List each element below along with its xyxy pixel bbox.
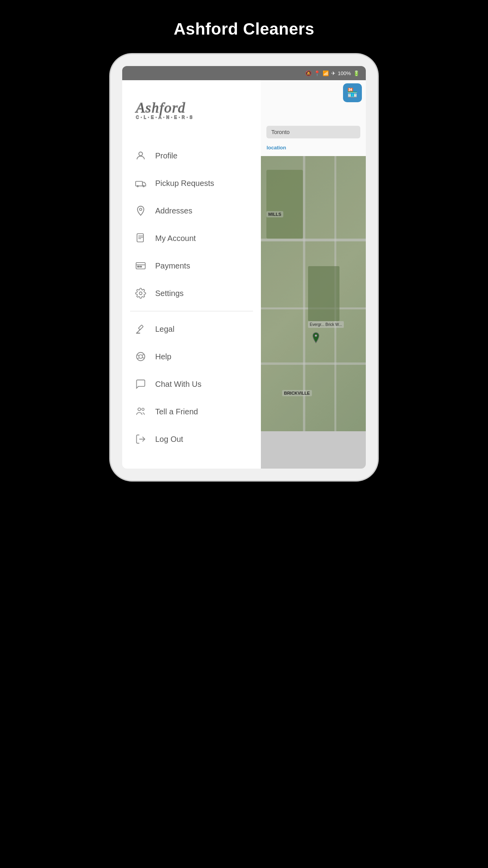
location-status-icon: 📍	[314, 70, 320, 76]
svg-line-23	[142, 355, 145, 355]
svg-point-19	[139, 355, 142, 359]
screen-content: Ashford C·L·E·A·N·E·R·S Profile	[122, 80, 366, 469]
svg-text:Ashford: Ashford	[135, 100, 186, 116]
sidebar-item-tell-friend[interactable]: Tell a Friend	[122, 398, 261, 425]
svg-line-21	[142, 358, 145, 358]
sidebar-item-payments[interactable]: Payments	[122, 252, 261, 280]
person-icon	[134, 149, 147, 162]
lifebuoy-icon	[134, 350, 147, 363]
svg-point-6	[139, 208, 142, 211]
store-icon: 🏪	[347, 88, 358, 98]
sidebar-item-label-pickup: Pickup Requests	[155, 179, 214, 188]
svg-rect-14	[140, 266, 142, 267]
sidebar-item-label-logout: Log Out	[155, 435, 183, 444]
svg-line-20	[137, 355, 139, 355]
svg-point-25	[142, 408, 144, 410]
battery-icon: 🔋	[353, 70, 360, 76]
sidebar-item-label-settings: Settings	[155, 289, 183, 298]
svg-point-24	[138, 408, 141, 411]
drawer-logo: Ashford C·L·E·A·N·E·R·S	[122, 80, 261, 134]
wifi-icon: 📶	[323, 70, 329, 76]
gear-icon	[134, 287, 147, 300]
sidebar-item-label-legal: Legal	[155, 325, 174, 334]
svg-rect-11	[136, 263, 145, 269]
city-search[interactable]: Toronto	[266, 126, 360, 138]
page-title: Ashford Cleaners	[174, 8, 314, 54]
drawer-primary-menu: Profile Pickup Requests Ad	[122, 134, 261, 461]
menu-divider	[130, 311, 253, 311]
svg-line-22	[137, 358, 139, 359]
status-icons: 🔕 📍 📶 ✈ 100% 🔋	[305, 70, 360, 76]
sidebar-item-help[interactable]: Help	[122, 343, 261, 370]
sidebar-item-logout[interactable]: Log Out	[122, 425, 261, 453]
sidebar-item-label-friend: Tell a Friend	[155, 407, 198, 416]
svg-text:C·L·E·A·N·E·R·S: C·L·E·A·N·E·R·S	[136, 115, 194, 120]
sidebar-item-label-help: Help	[155, 352, 171, 361]
sidebar-item-legal[interactable]: Legal	[122, 315, 261, 343]
logo-name: Ashford C·L·E·A·N·E·R·S	[134, 96, 249, 122]
sidebar-item-pickup-requests[interactable]: Pickup Requests	[122, 169, 261, 197]
sidebar-item-addresses[interactable]: Addresses	[122, 197, 261, 224]
sidebar-item-label-chat: Chat With Us	[155, 380, 202, 389]
battery-label: 100%	[338, 70, 351, 76]
svg-rect-7	[137, 234, 143, 242]
svg-point-15	[139, 292, 142, 295]
logout-icon	[134, 432, 147, 446]
sidebar-item-profile[interactable]: Profile	[122, 142, 261, 169]
store-button[interactable]: 🏪	[343, 83, 362, 102]
svg-point-18	[137, 353, 145, 361]
location-pin-icon	[134, 204, 147, 217]
airplane-icon: ✈	[331, 70, 336, 76]
sidebar-item-my-account[interactable]: My Account	[122, 224, 261, 252]
gavel-icon	[134, 322, 147, 336]
map-panel: 🏪 Toronto location	[261, 80, 366, 469]
truck-icon	[134, 177, 147, 190]
sidebar-item-chat[interactable]: Chat With Us	[122, 370, 261, 398]
svg-rect-13	[138, 266, 139, 267]
chat-icon	[134, 377, 147, 391]
sidebar-item-settings[interactable]: Settings	[122, 280, 261, 307]
phone-screen: 🔕 📍 📶 ✈ 100% 🔋 Ashford	[122, 66, 366, 469]
map-overlay	[261, 156, 366, 431]
sidebar-item-label-addresses: Addresses	[155, 206, 193, 215]
document-icon	[134, 232, 147, 245]
friends-icon	[134, 405, 147, 418]
sidebar-item-label-account: My Account	[155, 234, 196, 243]
svg-rect-16	[138, 325, 143, 330]
map-area: MILLS Evergr... Brick W... BRICKVILLE	[261, 156, 366, 431]
sidebar-item-label-payments: Payments	[155, 261, 190, 270]
svg-rect-3	[136, 182, 143, 186]
ashford-logo-svg: Ashford C·L·E·A·N·E·R·S	[134, 96, 213, 120]
mute-icon: 🔕	[305, 70, 312, 76]
sidebar-item-label-profile: Profile	[155, 151, 178, 160]
location-button[interactable]: location	[266, 143, 360, 152]
phone-shell: 🔕 📍 📶 ✈ 100% 🔋 Ashford	[110, 54, 378, 480]
drawer-menu-panel: Ashford C·L·E·A·N·E·R·S Profile	[122, 80, 261, 469]
card-icon	[134, 259, 147, 272]
svg-point-2	[139, 152, 142, 156]
status-bar: 🔕 📍 📶 ✈ 100% 🔋	[122, 66, 366, 80]
